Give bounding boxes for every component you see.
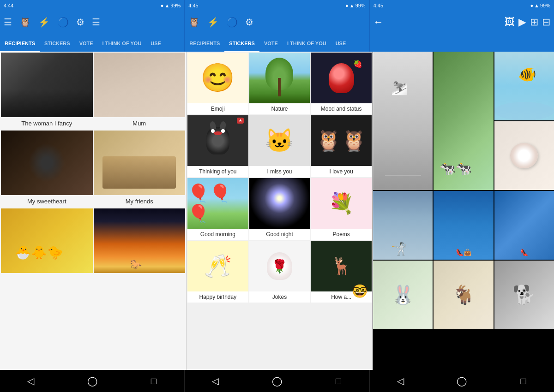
tab-use-1[interactable]: USE	[146, 36, 166, 52]
gallery-icon[interactable]: 🖼	[505, 16, 515, 28]
ring-icon-1[interactable]: 🔵	[57, 17, 69, 28]
sticker-item-thinking[interactable]: ★ Thinking of you	[187, 115, 248, 177]
panel-photos: ⛷️ 🐄🐄 🐠	[373, 52, 554, 370]
photo-cell-rabbit[interactable]: 🐰	[373, 261, 433, 329]
recipient-img-2	[94, 53, 186, 117]
recipient-img-4	[94, 131, 186, 195]
ring-icon-2[interactable]: 🔵	[226, 17, 238, 28]
home-nav-1[interactable]: ◯	[83, 372, 102, 390]
photo-cell-knight[interactable]: 🤺	[373, 191, 433, 260]
photo-cell-wool[interactable]	[494, 121, 554, 190]
photo-cell-cows[interactable]: 🐄🐄	[434, 52, 493, 190]
owl-icon-2[interactable]: 🦉	[188, 17, 200, 28]
back-button[interactable]: ←	[373, 16, 384, 28]
time-3: 4:45	[373, 3, 383, 8]
sticker-label-emoji: Emoji	[187, 103, 248, 114]
sticker-item-night[interactable]: Good night	[249, 178, 310, 240]
recipient-item-2[interactable]: Mum	[94, 53, 186, 130]
photo-cell-goat[interactable]: 🐐	[434, 261, 493, 329]
sticker-label-jokes: Jokes	[249, 291, 310, 303]
sticker-item-love[interactable]: 🦉🦉 I love you	[311, 115, 372, 177]
sticker-grid: 😊 Emoji Nature 🍓	[187, 52, 373, 303]
photo-cell-bw2[interactable]: 🐕	[494, 261, 554, 329]
nav-bar-3: ◁ ◯ □	[370, 370, 554, 392]
sticker-item-birthday[interactable]: 🥂 Happy birthday	[187, 241, 248, 303]
tab-ithinkofyou-1[interactable]: I THINK OF YOU	[98, 36, 146, 52]
recipient-label-1: The woman I fancy	[1, 117, 93, 130]
sticker-item-jokes[interactable]: 🌹 Jokes	[249, 241, 310, 303]
settings-icon-1[interactable]: ⚙	[76, 17, 84, 28]
recipient-label-2: Mum	[94, 117, 186, 130]
sticker-label-birthday: Happy birthday	[187, 291, 248, 303]
menu-icon[interactable]: ☰	[4, 17, 12, 28]
sticker-item-nature[interactable]: Nature	[249, 53, 310, 114]
emoji-icon: 😊	[200, 64, 235, 92]
back-nav-1[interactable]: ◁	[22, 372, 40, 390]
tab-vote-1[interactable]: VOTE	[75, 36, 98, 52]
recipient-grid: The woman I fancy Mum My sweetheart	[0, 52, 186, 279]
menu2-icon[interactable]: ☰	[92, 17, 100, 28]
tab-stickers-2[interactable]: STICKERS	[224, 36, 259, 52]
recipient-label-4: My friends	[94, 195, 186, 208]
sticker-label-miss: I miss you	[249, 166, 310, 177]
status-icons-3: ● ▲ 99%	[530, 3, 550, 8]
sticker-item-emoji[interactable]: 😊 Emoji	[187, 53, 248, 114]
tab-stickers-1[interactable]: STICKERS	[40, 36, 75, 52]
sticker-item-morning[interactable]: 🎈🎈🎈 Good morning	[187, 178, 248, 240]
tab-use-2[interactable]: USE	[331, 36, 351, 52]
video-icon[interactable]: ▶	[518, 16, 526, 28]
recipient-img-1	[1, 53, 93, 117]
recent-nav-1[interactable]: □	[145, 372, 163, 390]
time-1: 4:44	[4, 3, 13, 8]
settings-icon-2[interactable]: ⚙	[245, 17, 253, 28]
photo-cell-legs[interactable]: 👠👜	[434, 191, 493, 260]
tab-bar-3	[370, 33, 554, 52]
panel-recipients: The woman I fancy Mum My sweetheart	[0, 52, 186, 370]
sticker-poems-img: 💐	[311, 178, 372, 229]
recipient-item-3[interactable]: My sweetheart	[1, 131, 93, 208]
sticker-jokes-img: 🌹	[249, 241, 310, 291]
tab-bar-1: RECIPIENTS STICKERS VOTE I THINK OF YOU …	[0, 33, 184, 52]
battery-2: 99%	[355, 3, 366, 8]
sticker-label-thinking: Thinking of you	[187, 166, 248, 177]
back-nav-2[interactable]: ◁	[206, 372, 225, 390]
photo-cell-skater[interactable]: ⛷️	[373, 52, 433, 190]
sticker-item-miss[interactable]: 🐱 I miss you	[249, 115, 310, 177]
nav-bar-1: ◁ ◯ □	[0, 370, 184, 392]
app-bar-1: ☰ 🦉 ⚡ 🔵 ⚙ ☰	[0, 11, 184, 33]
wifi-icon-1: ▲	[164, 3, 169, 8]
recipient-item-1[interactable]: The woman I fancy	[1, 53, 93, 130]
recipient-item-5[interactable]: 🐣🐥🐤	[1, 208, 93, 279]
back-nav-3[interactable]: ◁	[391, 372, 409, 390]
sticker-item-mood[interactable]: 🍓 Mood and status	[311, 53, 372, 114]
recipient-img-3	[1, 131, 93, 195]
tab-bar-2: RECIPIENTS STICKERS VOTE I THINK OF YOU …	[185, 33, 369, 52]
tab-recipients-1[interactable]: RECIPIENTS	[0, 36, 40, 52]
home-nav-2[interactable]: ◯	[268, 372, 286, 390]
sticker-label-nature: Nature	[249, 103, 310, 114]
status-bar-2: 4:45 ● ▲ 99%	[185, 0, 369, 11]
main-panels: The woman I fancy Mum My sweetheart	[0, 52, 554, 370]
grid2-icon[interactable]: ⊟	[542, 16, 550, 28]
recent-nav-3[interactable]: □	[514, 372, 532, 390]
home-nav-3[interactable]: ◯	[452, 372, 471, 390]
wifi-icon-2: ▲	[349, 3, 355, 8]
photo-cell-goldfish[interactable]: 🐠	[494, 52, 554, 120]
flash-icon-1[interactable]: ⚡	[38, 17, 50, 28]
photo-grid: ⛷️ 🐄🐄 🐠	[373, 52, 554, 329]
sticker-birthday-img: 🥂	[187, 241, 248, 291]
tab-vote-2[interactable]: VOTE	[259, 36, 283, 52]
sticker-item-how[interactable]: 🦌 🤓 How a...	[311, 241, 372, 303]
tab-ithinkofyou-2[interactable]: I THINK OF YOU	[283, 36, 331, 52]
sticker-emoji-img: 😊	[187, 53, 248, 103]
grid-icon[interactable]: ⊞	[530, 16, 538, 28]
recent-nav-2[interactable]: □	[329, 372, 348, 390]
sticker-item-poems[interactable]: 💐 Poems	[311, 178, 372, 240]
owl-icon-1[interactable]: 🦉	[19, 17, 31, 28]
flash-icon-2[interactable]: ⚡	[207, 17, 219, 28]
recipient-label-3: My sweetheart	[1, 195, 93, 208]
photo-cell-legs2[interactable]: 👠	[494, 191, 554, 260]
tab-recipients-2[interactable]: RECIPIENTS	[185, 36, 224, 52]
recipient-item-6[interactable]: 🐎	[94, 208, 186, 279]
recipient-item-4[interactable]: My friends	[94, 131, 186, 208]
